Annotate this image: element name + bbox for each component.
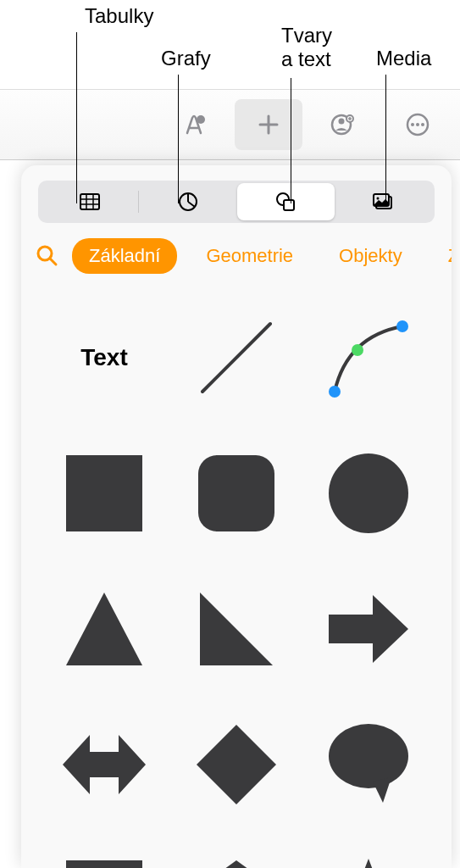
svg-rect-11 bbox=[284, 200, 294, 210]
callout-charts-label: Grafy bbox=[161, 47, 211, 70]
shape-triangle[interactable] bbox=[47, 574, 162, 684]
shape-categories: Základní Geometrie Objekty Z bbox=[21, 223, 452, 286]
shape-diamond[interactable] bbox=[179, 709, 294, 820]
svg-rect-8 bbox=[80, 194, 99, 209]
table-icon bbox=[78, 190, 102, 214]
callout-shapes-label: Tvary a text bbox=[281, 24, 332, 71]
svg-point-17 bbox=[396, 320, 408, 332]
shape-rounded-square[interactable] bbox=[179, 438, 294, 548]
category-basic[interactable]: Základní bbox=[72, 238, 177, 274]
insert-type-segments bbox=[38, 181, 435, 223]
shape-circle[interactable] bbox=[311, 438, 426, 548]
shape-callout[interactable] bbox=[47, 845, 162, 868]
shape-square[interactable] bbox=[47, 438, 162, 548]
svg-rect-20 bbox=[198, 455, 274, 531]
category-geometry[interactable]: Geometrie bbox=[189, 238, 310, 274]
callout-tables-label: Tabulky bbox=[85, 4, 153, 28]
chart-icon bbox=[176, 190, 200, 214]
tables-segment[interactable] bbox=[41, 183, 138, 220]
callout-media-line bbox=[385, 75, 386, 203]
category-objects[interactable]: Objekty bbox=[322, 238, 419, 274]
shape-pentagon[interactable] bbox=[179, 845, 294, 868]
callouts-layer: Tabulky Grafy Tvary a text Media bbox=[0, 0, 460, 170]
svg-rect-19 bbox=[66, 455, 142, 531]
shape-text[interactable]: Text bbox=[47, 303, 162, 413]
callout-media-label: Media bbox=[376, 47, 431, 70]
charts-segment[interactable] bbox=[139, 183, 236, 220]
shape-curve[interactable] bbox=[311, 303, 426, 413]
insert-popover: Základní Geometrie Objekty Z Text bbox=[21, 165, 452, 868]
shape-arrow-right[interactable] bbox=[311, 574, 426, 684]
search-icon[interactable] bbox=[35, 243, 60, 269]
callout-charts-line bbox=[178, 75, 179, 203]
shapes-icon bbox=[274, 190, 297, 214]
shape-speech-bubble[interactable] bbox=[311, 709, 426, 820]
svg-point-21 bbox=[329, 453, 408, 533]
shape-double-arrow[interactable] bbox=[47, 709, 162, 820]
text-shape-label: Text bbox=[80, 344, 128, 371]
svg-point-18 bbox=[352, 344, 363, 356]
shape-line[interactable] bbox=[179, 303, 294, 413]
svg-point-16 bbox=[329, 386, 341, 398]
svg-point-22 bbox=[329, 724, 408, 788]
svg-point-14 bbox=[377, 198, 380, 200]
shapes-grid: Text bbox=[21, 286, 452, 868]
shape-star[interactable] bbox=[311, 845, 426, 868]
shape-right-triangle[interactable] bbox=[179, 574, 294, 684]
media-icon bbox=[371, 190, 395, 214]
shapes-segment[interactable] bbox=[237, 183, 335, 220]
callout-tables-line bbox=[76, 32, 77, 203]
category-partial[interactable]: Z bbox=[431, 238, 452, 274]
callout-shapes-line bbox=[291, 78, 291, 203]
media-segment[interactable] bbox=[335, 183, 432, 220]
